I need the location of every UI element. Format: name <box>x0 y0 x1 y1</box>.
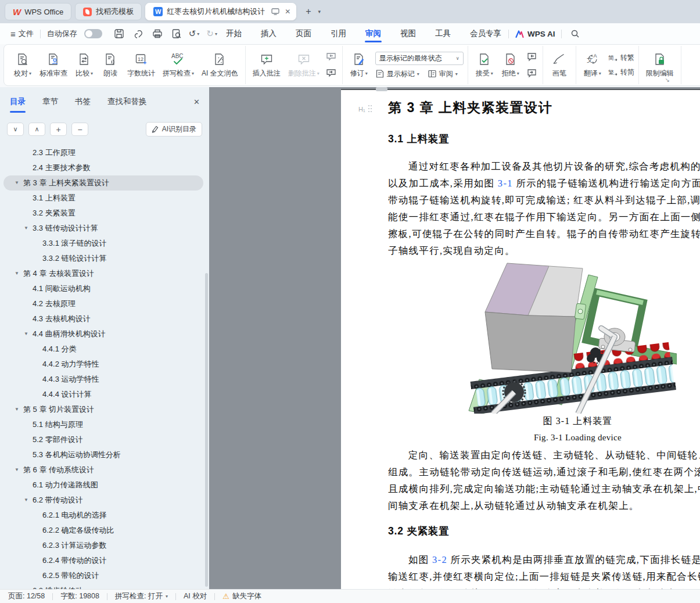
toc-item[interactable]: 4.4.4 设计计算 <box>0 387 209 402</box>
file-menu-button[interactable]: ≡ 文件 <box>10 28 34 39</box>
collapse-all-button[interactable]: − <box>71 123 88 136</box>
undo-chevron-icon[interactable]: ▾ <box>197 31 199 37</box>
show-marks-button[interactable]: 显示标记 ▾ <box>375 69 419 79</box>
toc-item[interactable]: 4.3 去核机构设计 <box>0 311 209 326</box>
toc-item[interactable]: 6.3 锥齿轮传动 <box>0 583 209 589</box>
save-button[interactable] <box>114 28 124 39</box>
toc-item[interactable]: 6.2.2 确定各级传动比 <box>0 523 209 538</box>
toc-item-selected[interactable]: ▼第 3 章 上料夹紧装置设计 <box>3 175 203 191</box>
collapse-arrow-icon[interactable]: ▼ <box>15 266 19 281</box>
next-comment-button[interactable] <box>324 67 338 80</box>
to-traditional-button[interactable]: 简 转繁 <box>608 53 634 63</box>
reject-change-button[interactable]: 拒绝▾ <box>498 51 523 80</box>
undo-button[interactable]: ↺ <box>189 28 196 39</box>
ai-polish-button[interactable]: AI 全文润色 <box>199 51 241 80</box>
heading-handle[interactable]: H₁ <box>358 105 373 113</box>
toc-item[interactable]: 4.4.2 动力学特性 <box>0 357 209 372</box>
display-marks-select[interactable]: 显示标记的最终状态 ∨ <box>375 52 464 65</box>
word-count-indicator[interactable]: 字数: 19808 <box>60 591 99 601</box>
document-page[interactable]: H₁ 第 3 章 上料夹紧装置设计 3.1 上料装置 通过对红枣各种加工设备及其… <box>341 89 700 589</box>
tab-wps-home[interactable]: W WPS Office <box>5 3 71 20</box>
ink-pen-button[interactable]: 画笔 <box>547 51 572 80</box>
missing-font-warning[interactable]: ⚠缺失字体 <box>222 591 261 601</box>
toc-item[interactable]: ▼第 6 章 传动系统设计 <box>0 462 209 478</box>
tab-view[interactable]: 视图 <box>400 24 417 44</box>
collapse-arrow-icon[interactable]: ▼ <box>15 175 19 191</box>
toc-item[interactable]: ▼第 4 章 去核装置设计 <box>0 266 209 281</box>
next-heading-button[interactable]: ∨ <box>7 123 24 136</box>
tab-list-chevron-icon[interactable]: ▾ <box>318 9 321 15</box>
toc-item[interactable]: 2.4 主要技术参数 <box>0 160 209 175</box>
track-changes-button[interactable]: 修订▾ <box>347 51 371 80</box>
new-tab-button[interactable]: + <box>306 6 311 17</box>
collapse-arrow-icon[interactable]: ▼ <box>15 462 19 478</box>
toc-item[interactable]: 4.4.1 分类 <box>0 342 209 357</box>
tab-review[interactable]: 审阅 <box>365 24 382 44</box>
tab-reference[interactable]: 引用 <box>330 24 347 44</box>
collapse-arrow-icon[interactable]: ▼ <box>24 326 28 342</box>
to-simplified-button[interactable]: 繁 转简 <box>608 67 634 77</box>
sidebar-scrollbar[interactable] <box>205 273 208 587</box>
tab-member[interactable]: 会员专享 <box>469 24 502 44</box>
quickbar-chevron-icon[interactable]: ▾ <box>215 31 217 37</box>
toc-item[interactable]: 5.2 零部件设计 <box>0 432 209 447</box>
standard-review-button[interactable]: 标准审查 <box>37 51 70 80</box>
tab-tools[interactable]: 工具 <box>435 24 451 44</box>
accept-change-button[interactable]: 接受▾ <box>472 51 497 80</box>
autosave-control[interactable]: 自动保存 <box>47 28 102 39</box>
autosave-toggle[interactable] <box>84 29 102 38</box>
spell-check-button[interactable]: ABC 拼写检查▾ <box>160 51 197 80</box>
print-preview-button[interactable] <box>171 28 182 39</box>
translate-button[interactable]: 文A 翻译▾ <box>580 51 605 80</box>
toc-item[interactable]: 6.2.5 带轮的设计 <box>0 568 209 583</box>
ruler-indent-marker[interactable] <box>376 87 387 91</box>
tab-template[interactable]: 找稻壳模板 <box>75 3 142 20</box>
toc-item[interactable]: 5.3 各机构运动协调性分析 <box>0 447 209 462</box>
review-pane-button[interactable]: 审阅 ▾ <box>428 69 458 79</box>
toc-item[interactable]: ▼第 5 章 切片装置设计 <box>0 402 209 417</box>
previous-comment-button[interactable] <box>324 51 338 63</box>
ai-recognize-toc-button[interactable]: AI识别目录 <box>146 122 202 137</box>
close-tab-icon[interactable]: ✕ <box>285 8 290 16</box>
expand-all-button[interactable]: + <box>50 123 67 136</box>
sidebar-tab-bookmarks[interactable]: 书签 <box>74 92 91 112</box>
sidebar-tab-contents[interactable]: 目录 <box>9 92 26 112</box>
collapse-arrow-icon[interactable]: ▼ <box>24 221 28 236</box>
word-count-button[interactable]: 12 字数统计 <box>124 51 158 80</box>
delete-comment-button[interactable]: 删除批注▾ <box>285 51 322 80</box>
proofread-button[interactable]: 校对▾ <box>10 51 35 80</box>
tab-document[interactable]: W 红枣去核切片机机械结构设计 ✕ <box>145 3 296 20</box>
toc-item[interactable]: 4.1 间歇运动机构 <box>0 281 209 296</box>
page-indicator[interactable]: 页面: 12/58 <box>8 591 45 601</box>
tab-start[interactable]: 开始 <box>225 24 242 44</box>
tab-insert[interactable]: 插入 <box>260 24 277 44</box>
read-aloud-button[interactable]: 朗读 <box>98 51 123 80</box>
restrict-editing-button[interactable]: 限制编辑 <box>643 51 677 80</box>
toc-item[interactable]: ▼3.3 链传动设计计算 <box>0 221 209 236</box>
toc-item[interactable]: 3.2 夹紧装置 <box>0 206 209 221</box>
toc-item[interactable]: 6.2.1 电动机的选择 <box>0 508 209 523</box>
ai-proofread-status[interactable]: AI 校对 <box>184 591 207 601</box>
close-sidebar-icon[interactable]: ✕ <box>193 98 200 106</box>
next-change-button[interactable] <box>525 67 539 80</box>
collapse-arrow-icon[interactable]: ▼ <box>15 402 19 417</box>
previous-change-button[interactable] <box>525 51 539 63</box>
insert-comment-button[interactable]: 插入批注 <box>250 51 283 80</box>
sidebar-tab-chapters[interactable]: 章节 <box>42 92 59 112</box>
sidebar-tab-find-replace[interactable]: 查找和替换 <box>107 92 148 112</box>
collapse-arrow-icon[interactable]: ▼ <box>24 493 28 508</box>
spellcheck-status[interactable]: 拼写检查: 打开▾ <box>115 591 168 601</box>
figure-3-1-image[interactable] <box>462 259 677 414</box>
toc-item[interactable]: 6.2.3 计算运动参数 <box>0 538 209 553</box>
toc-item[interactable]: ▼4.4 曲柄滑块机构设计 <box>0 326 209 342</box>
search-icon[interactable] <box>570 29 580 38</box>
drag-handle-icon[interactable] <box>368 105 373 113</box>
toc-item[interactable]: 5.1 结构与原理 <box>0 417 209 432</box>
tab-page[interactable]: 页面 <box>295 24 312 44</box>
compare-button[interactable]: 比较▾ <box>72 51 96 80</box>
monitor-icon[interactable] <box>271 8 279 15</box>
toc-item[interactable]: 4.4.3 运动学特性 <box>0 372 209 387</box>
toc-item[interactable]: 3.1 上料装置 <box>0 191 209 206</box>
toc-item[interactable]: 3.3.1 滚子链的设计 <box>0 236 209 251</box>
redo-button[interactable]: ↻ <box>206 28 214 39</box>
